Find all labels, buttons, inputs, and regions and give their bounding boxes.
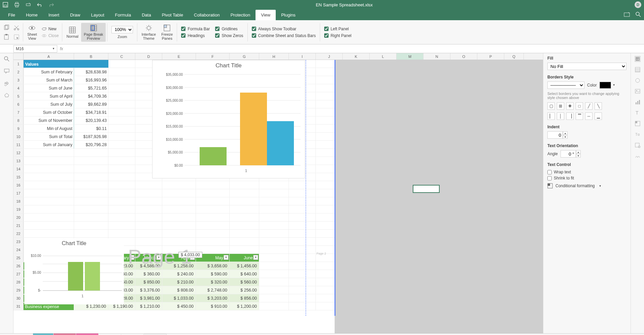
col-header-G[interactable]: G xyxy=(230,53,259,60)
cell[interactable] xyxy=(135,213,162,221)
cell[interactable] xyxy=(24,205,74,213)
undo-icon[interactable] xyxy=(37,2,42,7)
left-panel-checkbox[interactable]: Left Panel xyxy=(321,26,354,32)
cell[interactable] xyxy=(24,173,74,181)
cell[interactable] xyxy=(108,230,135,237)
cell[interactable] xyxy=(135,197,162,205)
menu-file[interactable]: File xyxy=(3,10,21,20)
cell[interactable]: $ 808.00 xyxy=(162,286,196,294)
cell[interactable] xyxy=(196,197,230,205)
cell[interactable] xyxy=(259,286,289,294)
cell[interactable] xyxy=(289,302,316,310)
cell[interactable] xyxy=(196,181,230,189)
border-top[interactable]: ▔ xyxy=(576,112,583,120)
cell[interactable]: $ 3,203.00 xyxy=(196,294,230,302)
cell[interactable] xyxy=(259,254,289,262)
print-icon[interactable] xyxy=(14,2,20,7)
cell[interactable] xyxy=(135,246,162,254)
chart-1[interactable]: Chart Title $0.00$5,000.00$10,000.00$15,… xyxy=(152,60,305,178)
table-settings-icon[interactable] xyxy=(635,67,641,73)
cell[interactable] xyxy=(230,230,259,237)
cell[interactable]: Min of August xyxy=(24,125,74,132)
copy-icon[interactable] xyxy=(3,25,9,31)
cell[interactable] xyxy=(230,181,259,189)
cell[interactable]: Values xyxy=(24,60,74,68)
col-header-D[interactable]: D xyxy=(135,53,162,60)
cell[interactable]: $ 210.00 xyxy=(162,278,196,286)
slicer-settings-icon[interactable]: Tα xyxy=(635,131,641,137)
cell[interactable] xyxy=(74,205,108,213)
row-header[interactable]: 23 xyxy=(13,238,24,245)
cell[interactable] xyxy=(162,238,196,245)
cell[interactable] xyxy=(24,222,74,229)
cell[interactable]: Sum of October xyxy=(24,108,74,116)
row-header[interactable]: 11 xyxy=(13,141,24,148)
cell[interactable] xyxy=(259,222,289,229)
cell[interactable] xyxy=(108,197,135,205)
row-header[interactable]: 1 xyxy=(13,60,24,68)
row-header[interactable]: 18 xyxy=(13,197,24,205)
cell[interactable]: $ 590.00 xyxy=(196,270,230,278)
cell[interactable]: $ 2,748.00 xyxy=(196,286,230,294)
cell[interactable]: Sum of February xyxy=(24,68,74,76)
comments-icon[interactable] xyxy=(4,68,10,74)
cell[interactable] xyxy=(289,213,316,221)
cell[interactable] xyxy=(289,189,316,197)
select-all-corner[interactable] xyxy=(13,53,24,60)
shape-settings-icon[interactable] xyxy=(635,77,641,83)
row-header[interactable]: 10 xyxy=(13,133,24,140)
cell[interactable]: $ 1,456.00 xyxy=(230,262,259,270)
cell[interactable] xyxy=(289,286,316,294)
cell[interactable] xyxy=(108,213,135,221)
cell[interactable]: March▼ xyxy=(135,254,162,262)
cell[interactable] xyxy=(289,294,316,302)
cell[interactable] xyxy=(108,222,135,229)
cell[interactable] xyxy=(108,116,135,124)
row-header[interactable]: 17 xyxy=(13,189,24,197)
cell[interactable] xyxy=(24,165,74,173)
image-settings-icon[interactable] xyxy=(635,88,641,94)
cell[interactable]: $ 850.00 xyxy=(135,278,162,286)
cell[interactable]: $ 240.00 xyxy=(162,270,196,278)
menu-draw[interactable]: Draw xyxy=(65,10,86,20)
cell[interactable] xyxy=(259,270,289,278)
cell[interactable] xyxy=(289,254,316,262)
cell[interactable] xyxy=(74,173,108,181)
border-inner[interactable]: ⊞ xyxy=(557,102,564,110)
cell[interactable] xyxy=(289,278,316,286)
cell[interactable] xyxy=(259,197,289,205)
menu-pivot-table[interactable]: Pivot Table xyxy=(157,10,189,20)
row-header[interactable]: 29 xyxy=(13,286,24,294)
cell[interactable] xyxy=(259,278,289,286)
cell[interactable] xyxy=(74,157,108,165)
shrink-to-fit-checkbox[interactable]: Shrink to fit xyxy=(547,175,626,181)
cell[interactable]: $ 1,200.00 xyxy=(230,302,259,310)
paragraph-settings-icon[interactable] xyxy=(635,142,641,148)
cell-settings-icon[interactable] xyxy=(635,56,641,62)
cell[interactable] xyxy=(108,76,135,84)
cell[interactable] xyxy=(196,205,230,213)
border-left[interactable]: ▏ xyxy=(547,112,555,120)
normal-view-button[interactable]: Normal xyxy=(64,25,81,40)
cell[interactable] xyxy=(108,149,135,157)
cell[interactable]: $28,638.98 xyxy=(74,68,108,76)
border-vertical[interactable]: │ xyxy=(557,112,564,120)
menu-data[interactable]: Data xyxy=(136,10,156,20)
cell[interactable]: $ 450.00 xyxy=(162,302,196,310)
cell[interactable] xyxy=(230,213,259,221)
cell[interactable] xyxy=(24,181,74,189)
cell[interactable] xyxy=(108,165,135,173)
menu-plugins[interactable]: Plugins xyxy=(276,10,301,20)
freeze-panes-button[interactable]: Freeze Panes xyxy=(159,23,175,42)
col-header-P[interactable]: P xyxy=(477,53,504,60)
row-header[interactable]: 27 xyxy=(13,270,24,278)
cell[interactable] xyxy=(162,197,196,205)
pivot-settings-icon[interactable] xyxy=(635,121,641,127)
cell[interactable] xyxy=(74,165,108,173)
row-header[interactable]: 26 xyxy=(13,262,24,270)
cell[interactable] xyxy=(289,246,316,254)
find-icon[interactable] xyxy=(4,56,10,62)
menu-view[interactable]: View xyxy=(256,10,276,20)
col-header-L[interactable]: L xyxy=(370,53,397,60)
cell[interactable] xyxy=(230,205,259,213)
